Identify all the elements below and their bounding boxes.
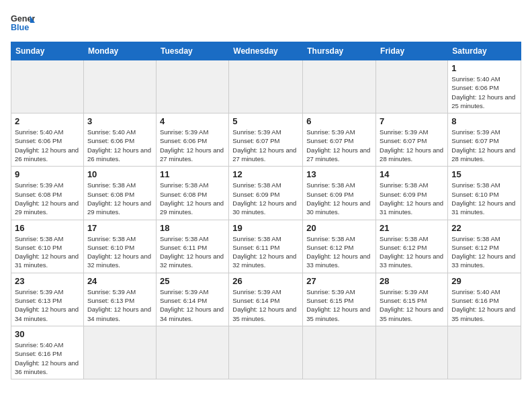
day-number: 6 (306, 116, 372, 126)
calendar-cell: 5Sunrise: 5:39 AM Sunset: 6:07 PM Daylig… (229, 113, 303, 167)
calendar-cell: 12Sunrise: 5:38 AM Sunset: 6:09 PM Dayli… (229, 167, 303, 220)
day-info: Sunrise: 5:38 AM Sunset: 6:10 PM Dayligh… (15, 234, 80, 270)
calendar-cell (11, 60, 84, 113)
day-info: Sunrise: 5:38 AM Sunset: 6:09 PM Dayligh… (306, 181, 372, 216)
calendar-cell (229, 60, 303, 113)
day-info: Sunrise: 5:40 AM Sunset: 6:16 PM Dayligh… (15, 340, 80, 376)
calendar-cell: 27Sunrise: 5:39 AM Sunset: 6:15 PM Dayli… (303, 273, 376, 326)
day-info: Sunrise: 5:39 AM Sunset: 6:07 PM Dayligh… (380, 128, 444, 163)
calendar-cell (303, 326, 376, 379)
weekday-header-thursday: Thursday (303, 42, 376, 60)
day-info: Sunrise: 5:39 AM Sunset: 6:15 PM Dayligh… (380, 287, 444, 323)
calendar-cell: 21Sunrise: 5:38 AM Sunset: 6:12 PM Dayli… (376, 220, 448, 273)
calendar-cell: 24Sunrise: 5:39 AM Sunset: 6:13 PM Dayli… (83, 273, 156, 326)
day-number: 22 (451, 223, 517, 233)
day-info: Sunrise: 5:40 AM Sunset: 6:06 PM Dayligh… (87, 128, 152, 163)
day-number: 29 (451, 276, 517, 286)
day-info: Sunrise: 5:39 AM Sunset: 6:14 PM Dayligh… (160, 287, 225, 323)
calendar-cell: 29Sunrise: 5:40 AM Sunset: 6:16 PM Dayli… (448, 273, 521, 326)
calendar-cell: 18Sunrise: 5:38 AM Sunset: 6:11 PM Dayli… (156, 220, 228, 273)
calendar-cell (83, 326, 156, 379)
day-number: 19 (232, 223, 299, 233)
day-number: 15 (451, 169, 517, 179)
logo: General Blue (11, 11, 35, 35)
day-info: Sunrise: 5:40 AM Sunset: 6:16 PM Dayligh… (451, 287, 517, 323)
calendar-cell: 10Sunrise: 5:38 AM Sunset: 6:08 PM Dayli… (83, 167, 156, 220)
day-info: Sunrise: 5:39 AM Sunset: 6:13 PM Dayligh… (15, 287, 80, 323)
day-number: 3 (87, 116, 152, 126)
day-info: Sunrise: 5:39 AM Sunset: 6:13 PM Dayligh… (87, 287, 152, 323)
day-info: Sunrise: 5:38 AM Sunset: 6:11 PM Dayligh… (232, 234, 299, 270)
calendar-cell: 20Sunrise: 5:38 AM Sunset: 6:12 PM Dayli… (303, 220, 376, 273)
day-info: Sunrise: 5:38 AM Sunset: 6:12 PM Dayligh… (306, 234, 372, 270)
day-number: 5 (232, 116, 299, 126)
day-number: 24 (87, 276, 152, 286)
day-info: Sunrise: 5:40 AM Sunset: 6:06 PM Dayligh… (451, 75, 517, 110)
day-number: 14 (380, 169, 444, 179)
calendar-cell: 22Sunrise: 5:38 AM Sunset: 6:12 PM Dayli… (448, 220, 521, 273)
day-number: 4 (160, 116, 225, 126)
day-number: 27 (306, 276, 372, 286)
calendar-cell (376, 60, 448, 113)
day-number: 13 (306, 169, 372, 179)
svg-text:Blue: Blue (11, 23, 29, 32)
day-info: Sunrise: 5:38 AM Sunset: 6:08 PM Dayligh… (160, 181, 225, 216)
day-number: 2 (15, 116, 80, 126)
weekday-header-tuesday: Tuesday (156, 42, 228, 60)
day-info: Sunrise: 5:38 AM Sunset: 6:11 PM Dayligh… (160, 234, 225, 270)
day-info: Sunrise: 5:39 AM Sunset: 6:15 PM Dayligh… (306, 287, 372, 323)
calendar-cell (156, 60, 228, 113)
calendar-cell: 2Sunrise: 5:40 AM Sunset: 6:06 PM Daylig… (11, 113, 84, 167)
calendar-cell: 13Sunrise: 5:38 AM Sunset: 6:09 PM Dayli… (303, 167, 376, 220)
day-number: 17 (87, 223, 152, 233)
day-info: Sunrise: 5:39 AM Sunset: 6:07 PM Dayligh… (451, 128, 517, 163)
calendar-cell: 8Sunrise: 5:39 AM Sunset: 6:07 PM Daylig… (448, 113, 521, 167)
day-info: Sunrise: 5:39 AM Sunset: 6:06 PM Dayligh… (160, 128, 225, 163)
day-info: Sunrise: 5:39 AM Sunset: 6:14 PM Dayligh… (232, 287, 299, 323)
day-number: 10 (87, 169, 152, 179)
calendar-cell (156, 326, 228, 379)
weekday-header-sunday: Sunday (11, 42, 84, 60)
day-info: Sunrise: 5:38 AM Sunset: 6:12 PM Dayligh… (451, 234, 517, 270)
logo-icon: General Blue (11, 11, 35, 35)
day-number: 9 (15, 169, 80, 179)
calendar-cell (83, 60, 156, 113)
day-number: 8 (451, 116, 517, 126)
day-number: 1 (451, 63, 517, 73)
calendar-cell: 30Sunrise: 5:40 AM Sunset: 6:16 PM Dayli… (11, 326, 84, 379)
calendar-cell: 25Sunrise: 5:39 AM Sunset: 6:14 PM Dayli… (156, 273, 228, 326)
calendar-cell: 17Sunrise: 5:38 AM Sunset: 6:10 PM Dayli… (83, 220, 156, 273)
day-number: 26 (232, 276, 299, 286)
calendar-cell: 7Sunrise: 5:39 AM Sunset: 6:07 PM Daylig… (376, 113, 448, 167)
calendar-cell: 14Sunrise: 5:38 AM Sunset: 6:09 PM Dayli… (376, 167, 448, 220)
calendar-cell: 15Sunrise: 5:38 AM Sunset: 6:10 PM Dayli… (448, 167, 521, 220)
calendar-cell: 26Sunrise: 5:39 AM Sunset: 6:14 PM Dayli… (229, 273, 303, 326)
weekday-header-saturday: Saturday (448, 42, 521, 60)
day-info: Sunrise: 5:40 AM Sunset: 6:06 PM Dayligh… (15, 128, 80, 163)
day-number: 11 (160, 169, 225, 179)
day-info: Sunrise: 5:39 AM Sunset: 6:07 PM Dayligh… (306, 128, 372, 163)
calendar-cell: 3Sunrise: 5:40 AM Sunset: 6:06 PM Daylig… (83, 113, 156, 167)
day-info: Sunrise: 5:38 AM Sunset: 6:08 PM Dayligh… (87, 181, 152, 216)
day-number: 7 (380, 116, 444, 126)
day-number: 18 (160, 223, 225, 233)
calendar-cell: 1Sunrise: 5:40 AM Sunset: 6:06 PM Daylig… (448, 60, 521, 113)
calendar-cell (448, 326, 521, 379)
day-number: 30 (15, 329, 80, 339)
calendar-cell: 11Sunrise: 5:38 AM Sunset: 6:08 PM Dayli… (156, 167, 228, 220)
calendar-cell: 9Sunrise: 5:39 AM Sunset: 6:08 PM Daylig… (11, 167, 84, 220)
weekday-header-monday: Monday (83, 42, 156, 60)
calendar-cell: 16Sunrise: 5:38 AM Sunset: 6:10 PM Dayli… (11, 220, 84, 273)
weekday-header-friday: Friday (376, 42, 448, 60)
day-info: Sunrise: 5:39 AM Sunset: 6:07 PM Dayligh… (232, 128, 299, 163)
day-info: Sunrise: 5:38 AM Sunset: 6:10 PM Dayligh… (87, 234, 152, 270)
calendar-table: SundayMondayTuesdayWednesdayThursdayFrid… (11, 42, 521, 379)
day-info: Sunrise: 5:38 AM Sunset: 6:09 PM Dayligh… (232, 181, 299, 216)
calendar-cell: 6Sunrise: 5:39 AM Sunset: 6:07 PM Daylig… (303, 113, 376, 167)
calendar-cell (303, 60, 376, 113)
calendar-cell: 4Sunrise: 5:39 AM Sunset: 6:06 PM Daylig… (156, 113, 228, 167)
day-number: 28 (380, 276, 444, 286)
weekday-header-wednesday: Wednesday (229, 42, 303, 60)
page-header: General Blue (11, 11, 521, 35)
day-number: 21 (380, 223, 444, 233)
